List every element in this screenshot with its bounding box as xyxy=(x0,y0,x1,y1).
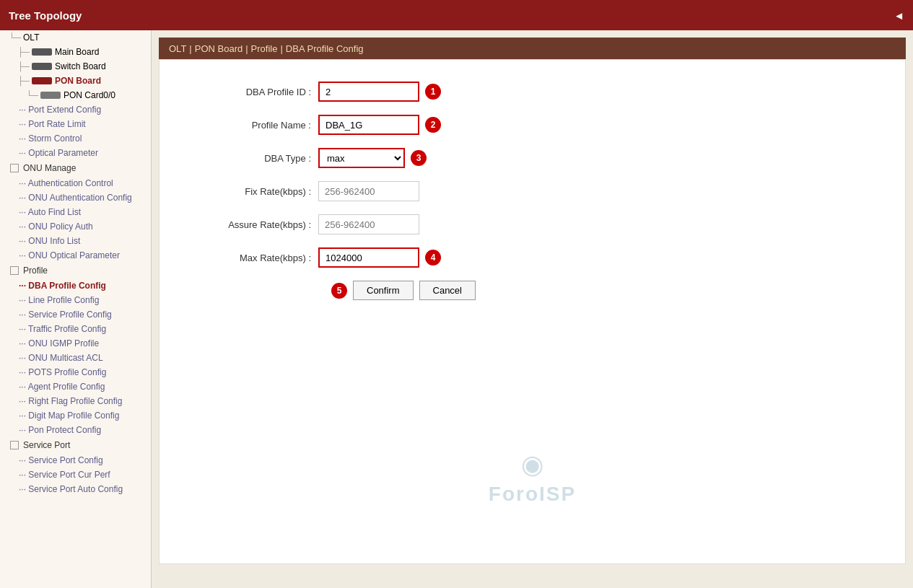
sidebar-item-auto-find-list[interactable]: ··· Auto Find List xyxy=(0,205,151,219)
section-service-port-label: Service Port xyxy=(23,440,70,450)
fix-rate-input[interactable] xyxy=(318,181,419,201)
section-toggle-service-port xyxy=(10,441,19,449)
sidebar-item-right-flag-profile-config[interactable]: ··· Right Flag Profile Config xyxy=(0,394,151,408)
step-badge-3: 3 xyxy=(411,150,427,166)
main-layout: └─ OLT ├─ Main Board ├─ Switch Board ├─ … xyxy=(0,30,913,588)
sidebar-item-pon-card[interactable]: └─ PON Card0/0 xyxy=(0,88,151,102)
sidebar-item-service-profile-config[interactable]: ··· Service Profile Config xyxy=(0,307,151,322)
watermark-icon: ◉ xyxy=(489,449,576,480)
breadcrumb-sep1: | xyxy=(189,43,191,54)
form-row-profile-name: Profile Name : 2 xyxy=(174,115,891,135)
sidebar-item-onu-policy-auth[interactable]: ··· ONU Policy Auth xyxy=(0,219,151,234)
form-row-assure-rate: Assure Rate(kbps) : xyxy=(174,214,891,234)
sidebar-item-line-profile-config[interactable]: ··· Line Profile Config xyxy=(0,293,151,307)
sidebar-item-storm-control[interactable]: ··· Storm Control xyxy=(0,131,151,146)
switch-board-label: Switch Board xyxy=(55,61,106,71)
tree-connector-main: ├─ xyxy=(17,47,30,57)
sidebar-item-onu-optical-param[interactable]: ··· ONU Optical Parameter xyxy=(0,248,151,263)
app-title: Tree Topology xyxy=(9,9,82,22)
sidebar-item-auth-control[interactable]: ··· Authentication Control xyxy=(0,176,151,190)
profile-name-label: Profile Name : xyxy=(174,120,318,131)
main-board-label: Main Board xyxy=(55,47,99,57)
sidebar-item-optical-parameter[interactable]: ··· Optical Parameter xyxy=(0,146,151,160)
dba-type-select[interactable]: max fixed assured best-effort xyxy=(318,148,405,168)
olt-label: OLT xyxy=(23,32,39,43)
assure-rate-input[interactable] xyxy=(318,214,419,234)
breadcrumb-dba-profile-config: DBA Profile Config xyxy=(286,43,364,54)
confirm-button[interactable]: Confirm xyxy=(353,281,414,300)
sidebar-item-service-port-cur-perf[interactable]: ··· Service Port Cur Perf xyxy=(0,468,151,482)
cancel-button[interactable]: Cancel xyxy=(419,281,476,300)
breadcrumb-pon-board: PON Board xyxy=(195,43,243,54)
pon-board-icon xyxy=(32,77,52,84)
sidebar-item-main-board[interactable]: ├─ Main Board xyxy=(0,45,151,59)
sidebar-item-pots-profile-config[interactable]: ··· POTS Profile Config xyxy=(0,365,151,379)
sidebar-item-onu-igmp-profile[interactable]: ··· ONU IGMP Profile xyxy=(0,336,151,351)
dba-profile-id-label: DBA Profile ID : xyxy=(174,87,318,97)
form-row-fix-rate: Fix Rate(kbps) : xyxy=(174,181,891,201)
pon-card-label: PON Card0/0 xyxy=(64,90,115,100)
button-row: 5 Confirm Cancel xyxy=(318,281,891,300)
dba-profile-id-input[interactable] xyxy=(318,82,419,102)
assure-rate-label: Assure Rate(kbps) : xyxy=(174,219,318,230)
profile-name-input[interactable] xyxy=(318,115,419,135)
step-badge-4: 4 xyxy=(425,250,441,266)
main-board-icon xyxy=(32,48,52,56)
sidebar-item-agent-profile-config[interactable]: ··· Agent Profile Config xyxy=(0,379,151,394)
section-onu-label: ONU Manage xyxy=(23,163,76,173)
pon-board-label: PON Board xyxy=(55,76,101,86)
section-profile: Profile xyxy=(0,263,151,278)
sidebar-item-olt[interactable]: └─ OLT xyxy=(0,30,151,45)
sidebar-item-onu-multicast-acl[interactable]: ··· ONU Multicast ACL xyxy=(0,351,151,365)
fix-rate-label: Fix Rate(kbps) : xyxy=(174,186,318,197)
tree-connector-switch: ├─ xyxy=(17,61,30,71)
form-row-dba-type: DBA Type : max fixed assured best-effort… xyxy=(174,148,891,168)
section-onu-manage: ONU Manage xyxy=(0,160,151,176)
tree-connector-poncard: └─ xyxy=(26,90,38,100)
sidebar-item-pon-board[interactable]: ├─ PON Board xyxy=(0,74,151,88)
form-row-max-rate: Max Rate(kbps) : 4 xyxy=(174,247,891,268)
step-badge-5: 5 xyxy=(331,283,347,299)
section-service-port: Service Port xyxy=(0,437,151,453)
watermark: ◉ ForoISP xyxy=(489,449,576,506)
switch-board-icon xyxy=(32,63,52,70)
form-row-dba-profile-id: DBA Profile ID : 1 xyxy=(174,82,891,102)
form-panel: DBA Profile ID : 1 Profile Name : 2 DBA … xyxy=(159,59,906,564)
breadcrumb: OLT | PON Board | Profile | DBA Profile … xyxy=(159,38,906,59)
sidebar-item-dba-profile-config[interactable]: ··· DBA Profile Config xyxy=(0,278,151,293)
tree-connector-olt: └─ xyxy=(9,32,21,43)
breadcrumb-profile: Profile xyxy=(251,43,278,54)
sidebar-item-onu-auth-config[interactable]: ··· ONU Authentication Config xyxy=(0,190,151,205)
section-profile-label: Profile xyxy=(23,266,48,276)
step-badge-2: 2 xyxy=(425,117,441,133)
max-rate-label: Max Rate(kbps) : xyxy=(174,253,318,263)
content-area: OLT | PON Board | Profile | DBA Profile … xyxy=(152,30,913,588)
breadcrumb-sep2: | xyxy=(245,43,248,54)
sidebar-item-service-port-auto-config[interactable]: ··· Service Port Auto Config xyxy=(0,482,151,496)
watermark-text: ForoISP xyxy=(489,483,576,505)
tree-connector-pon: ├─ xyxy=(17,76,30,86)
sidebar-item-traffic-profile-config[interactable]: ··· Traffic Profile Config xyxy=(0,322,151,336)
dba-type-label: DBA Type : xyxy=(174,153,318,164)
pon-card-icon xyxy=(40,92,61,99)
section-toggle-onu xyxy=(10,164,19,172)
sidebar-item-pon-protect-config[interactable]: ··· Pon Protect Config xyxy=(0,423,151,437)
sidebar-item-port-extend-config[interactable]: ··· Port Extend Config xyxy=(0,102,151,117)
sidebar-item-port-rate-limit[interactable]: ··· Port Rate Limit xyxy=(0,117,151,131)
collapse-button[interactable]: ◄ xyxy=(894,9,904,22)
step-badge-1: 1 xyxy=(425,84,441,100)
max-rate-input[interactable] xyxy=(318,247,419,268)
breadcrumb-sep3: | xyxy=(280,43,282,54)
sidebar-item-service-port-config[interactable]: ··· Service Port Config xyxy=(0,453,151,468)
section-toggle-profile xyxy=(10,266,19,275)
sidebar-item-digit-map-profile-config[interactable]: ··· Digit Map Profile Config xyxy=(0,408,151,423)
sidebar-item-switch-board[interactable]: ├─ Switch Board xyxy=(0,59,151,74)
sidebar: └─ OLT ├─ Main Board ├─ Switch Board ├─ … xyxy=(0,30,152,588)
app-header: Tree Topology ◄ xyxy=(0,0,913,30)
sidebar-item-onu-info-list[interactable]: ··· ONU Info List xyxy=(0,234,151,248)
breadcrumb-olt: OLT xyxy=(169,43,186,54)
